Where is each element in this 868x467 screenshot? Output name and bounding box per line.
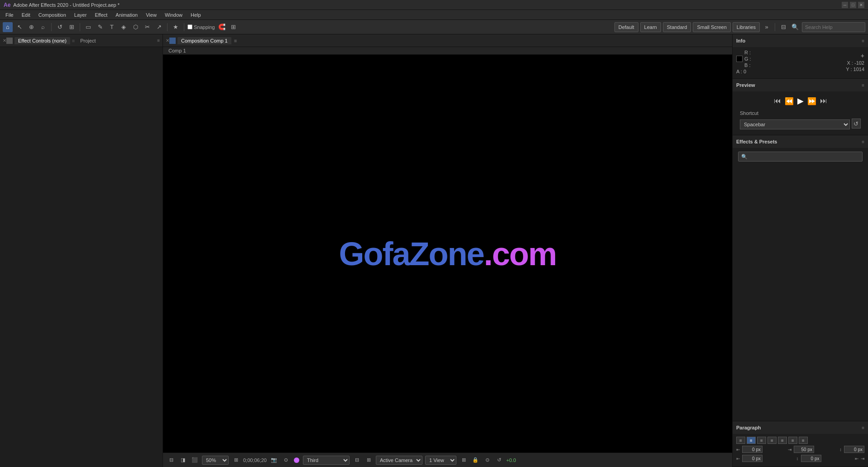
comp-fast-preview[interactable]: ↺ bbox=[494, 456, 504, 465]
comp-close[interactable]: ✕ bbox=[166, 38, 169, 43]
para-align-left[interactable]: ≡ bbox=[736, 437, 745, 444]
paragraph-header[interactable]: Paragraph ≡ bbox=[733, 421, 868, 434]
para-align-justify2[interactable]: ≡ bbox=[778, 437, 787, 444]
menu-file[interactable]: File bbox=[2, 11, 17, 19]
snapping-label: Snapping bbox=[187, 24, 215, 30]
para-align-justify4[interactable]: ≡ bbox=[799, 437, 808, 444]
workspace-libraries[interactable]: Libraries bbox=[733, 22, 760, 32]
comp-render[interactable]: ⊙ bbox=[483, 456, 492, 465]
search-icon[interactable]: 🔍 bbox=[790, 22, 800, 32]
workspace-default[interactable]: Default bbox=[614, 22, 638, 32]
workspace-small-screen[interactable]: Small Screen bbox=[693, 22, 730, 32]
tool-rotate[interactable]: ↺ bbox=[55, 22, 65, 32]
effects-presets-header[interactable]: Effects & Presets ≡ bbox=[733, 135, 868, 148]
minimize-button[interactable]: ─ bbox=[842, 2, 848, 8]
paragraph-menu[interactable]: ≡ bbox=[862, 425, 864, 430]
menu-composition[interactable]: Composition bbox=[35, 11, 70, 19]
tab-effect-controls[interactable]: Effect Controls (none) bbox=[14, 37, 70, 44]
para-space-icon: ↕ bbox=[839, 447, 842, 452]
comp-preview-quality[interactable]: ◨ bbox=[178, 456, 187, 465]
paragraph-title: Paragraph bbox=[736, 425, 761, 430]
maximize-button[interactable]: □ bbox=[850, 2, 856, 8]
menu-layer[interactable]: Layer bbox=[71, 11, 91, 19]
search-help-input[interactable] bbox=[802, 22, 865, 32]
workspace-standard[interactable]: Standard bbox=[663, 22, 691, 32]
para-align-right[interactable]: ≡ bbox=[757, 437, 766, 444]
para-rtl-icon: ⇥ bbox=[861, 456, 864, 461]
tab-comp[interactable]: Composition Comp 1 bbox=[177, 37, 231, 44]
para-align-center[interactable]: ≡ bbox=[747, 437, 756, 444]
para-indent-row: ⇤ ↕ ⇤ ⇥ bbox=[736, 455, 864, 462]
info-menu[interactable]: ≡ bbox=[862, 38, 864, 43]
comp-offset: +0.0 bbox=[506, 457, 516, 463]
menu-animation[interactable]: Animation bbox=[112, 11, 141, 19]
preview-play[interactable]: ▶ bbox=[797, 96, 804, 106]
effect-controls-close[interactable]: ✕ bbox=[3, 38, 6, 43]
tool-puppet[interactable]: ★ bbox=[171, 22, 181, 32]
comp-view-select[interactable]: Third Active Camera Custom bbox=[303, 456, 350, 465]
workspace-learn[interactable]: Learn bbox=[640, 22, 661, 32]
comp-view-count-select[interactable]: 1 View 2 Views 4 Views bbox=[425, 456, 456, 465]
comp-always-preview[interactable]: ⊟ bbox=[167, 456, 176, 465]
workspace-more[interactable]: » bbox=[762, 22, 772, 32]
info-header[interactable]: Info ≡ bbox=[733, 34, 868, 47]
menu-view[interactable]: View bbox=[142, 11, 160, 19]
menu-help[interactable]: Help bbox=[187, 11, 205, 19]
preview-section: Preview ≡ ⏮ ⏪ ▶ ⏩ ⏭ Shortcut Spacebar E bbox=[733, 79, 868, 135]
tool-roto[interactable]: ↗ bbox=[154, 22, 164, 32]
preview-header[interactable]: Preview ≡ bbox=[733, 79, 868, 91]
shortcut-reset[interactable]: ↺ bbox=[852, 119, 861, 129]
comp-snapshot[interactable]: 📷 bbox=[269, 456, 278, 465]
preview-last[interactable]: ⏭ bbox=[820, 97, 827, 105]
preview-menu[interactable]: ≡ bbox=[862, 83, 864, 88]
tool-camera[interactable]: ⊞ bbox=[67, 22, 77, 32]
para-space-before[interactable] bbox=[801, 455, 821, 462]
effects-presets-menu[interactable]: ≡ bbox=[862, 139, 864, 144]
comp-zoom-select[interactable]: 50% 100% 25% bbox=[202, 456, 229, 465]
comp-lock[interactable]: 🔒 bbox=[471, 456, 480, 465]
para-indent-right[interactable] bbox=[794, 446, 814, 453]
title-bar-controls[interactable]: ─ □ ✕ bbox=[842, 2, 864, 8]
para-space-after[interactable] bbox=[844, 446, 864, 453]
tool-grid[interactable]: ⊞ bbox=[229, 22, 239, 32]
comp-viewer-toggle[interactable]: ⊟ bbox=[352, 456, 361, 465]
tool-text[interactable]: T bbox=[107, 22, 117, 32]
tool-pen[interactable]: ✎ bbox=[95, 22, 105, 32]
effects-search-input[interactable] bbox=[738, 152, 863, 162]
comp-camera-select[interactable]: Active Camera Camera 1 bbox=[376, 456, 422, 465]
tool-arrow[interactable]: ↖ bbox=[14, 22, 24, 32]
comp-fit[interactable]: ⊞ bbox=[231, 456, 240, 465]
para-first-indent[interactable] bbox=[742, 455, 762, 462]
menu-window[interactable]: Window bbox=[161, 11, 186, 19]
close-button[interactable]: ✕ bbox=[858, 2, 864, 8]
comp-controls-bar: ⊟ ◨ ⬛ 50% 100% 25% ⊞ 0;00;06;20 📷 ⊙ Thir… bbox=[163, 453, 732, 467]
para-indent-left[interactable] bbox=[742, 446, 762, 453]
comp-guides[interactable]: ⊞ bbox=[364, 456, 373, 465]
comp-show-snapshot[interactable]: ⊙ bbox=[281, 456, 290, 465]
viewer-btn[interactable]: ⊟ bbox=[778, 22, 788, 32]
tool-eraser[interactable]: ✂ bbox=[142, 22, 152, 32]
left-panel-menu[interactable]: ≡ bbox=[157, 38, 160, 43]
shortcut-select[interactable]: Spacebar Enter bbox=[740, 119, 850, 129]
tool-rect[interactable]: ▭ bbox=[83, 22, 93, 32]
tool-zoom[interactable]: ⌕ bbox=[38, 22, 48, 32]
tool-clone[interactable]: ⬡ bbox=[130, 22, 140, 32]
tool-brush[interactable]: ◈ bbox=[119, 22, 129, 32]
comp-resolution[interactable]: ⬛ bbox=[190, 456, 199, 465]
tool-select[interactable]: ⌂ bbox=[3, 22, 13, 32]
para-align-justify3[interactable]: ≡ bbox=[788, 437, 797, 444]
tool-anchor[interactable]: ⊕ bbox=[26, 22, 36, 32]
preview-first[interactable]: ⏮ bbox=[774, 97, 781, 105]
comp-panel-menu[interactable]: ≡ bbox=[234, 38, 237, 43]
tool-magnet[interactable]: 🧲 bbox=[217, 22, 227, 32]
menu-edit[interactable]: Edit bbox=[18, 11, 34, 19]
info-g: G : bbox=[744, 56, 751, 62]
snapping-checkbox[interactable] bbox=[187, 24, 192, 29]
comp-3d-options[interactable]: ⊞ bbox=[459, 456, 468, 465]
preview-prev[interactable]: ⏪ bbox=[785, 97, 794, 105]
app-icon: Ae bbox=[4, 2, 10, 8]
para-align-justify[interactable]: ≡ bbox=[767, 437, 777, 444]
preview-next[interactable]: ⏩ bbox=[807, 97, 816, 105]
menu-effect[interactable]: Effect bbox=[91, 11, 111, 19]
tab-project[interactable]: Project bbox=[77, 37, 99, 44]
